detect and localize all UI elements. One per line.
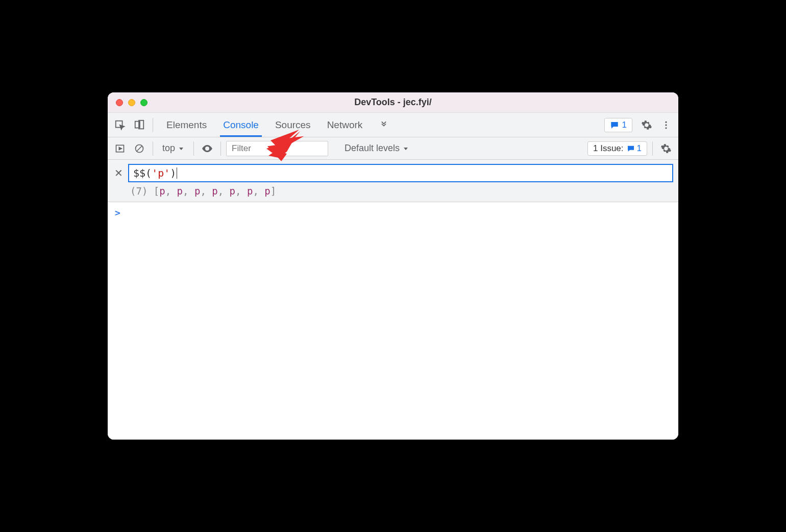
divider bbox=[153, 141, 153, 156]
kebab-menu-icon[interactable] bbox=[658, 117, 674, 133]
maximize-window-button[interactable] bbox=[140, 99, 148, 106]
tab-console-label: Console bbox=[223, 119, 259, 131]
expr-close-paren: ) bbox=[170, 167, 176, 179]
issues-badge[interactable]: 1 Issue: 1 bbox=[587, 141, 647, 156]
close-icon[interactable]: ✕ bbox=[113, 167, 124, 179]
live-expression-eye-icon[interactable] bbox=[199, 140, 215, 157]
console-toolbar: top Default levels 1 Issue: 1 bbox=[108, 137, 678, 160]
messages-count: 1 bbox=[622, 120, 627, 130]
execution-context-selector[interactable]: top bbox=[158, 141, 188, 156]
console-prompt: > bbox=[115, 207, 120, 218]
tab-network[interactable]: Network bbox=[319, 113, 371, 137]
svg-marker-8 bbox=[119, 147, 121, 150]
svg-point-5 bbox=[665, 127, 667, 129]
tab-sources[interactable]: Sources bbox=[267, 113, 319, 137]
show-sidebar-icon[interactable] bbox=[112, 140, 128, 157]
expr-string: 'p' bbox=[152, 167, 170, 179]
svg-marker-11 bbox=[179, 148, 183, 150]
result-element[interactable]: p bbox=[177, 185, 183, 197]
traffic-lights bbox=[108, 99, 148, 106]
live-expression-result: (7) [p, p, p, p, p, p, p] bbox=[113, 182, 673, 199]
text-cursor bbox=[177, 167, 177, 179]
log-level-label: Default levels bbox=[345, 143, 400, 154]
tab-sources-label: Sources bbox=[275, 119, 311, 131]
clear-console-icon[interactable] bbox=[131, 140, 148, 157]
close-window-button[interactable] bbox=[116, 99, 123, 106]
divider bbox=[652, 141, 653, 156]
messages-badge[interactable]: 1 bbox=[604, 118, 632, 132]
tab-elements[interactable]: Elements bbox=[158, 113, 215, 137]
tab-console[interactable]: Console bbox=[215, 113, 267, 137]
divider bbox=[193, 141, 194, 156]
result-element[interactable]: p bbox=[159, 185, 165, 197]
result-count: (7) bbox=[130, 185, 148, 197]
inspect-element-icon[interactable] bbox=[112, 117, 128, 133]
svg-point-4 bbox=[665, 124, 667, 126]
minimize-window-button[interactable] bbox=[128, 99, 135, 106]
device-toolbar-icon[interactable] bbox=[131, 117, 148, 133]
settings-icon[interactable] bbox=[638, 117, 655, 133]
svg-marker-13 bbox=[404, 148, 408, 150]
divider bbox=[220, 141, 221, 156]
result-element[interactable]: p bbox=[212, 185, 217, 197]
chevron-down-icon bbox=[403, 146, 409, 152]
live-expression-area: ✕ $$('p') (7) [p, p, p, p, p, p, p] bbox=[108, 160, 678, 202]
expr-open-paren: ( bbox=[145, 167, 152, 179]
result-element[interactable]: p bbox=[194, 185, 200, 197]
svg-point-3 bbox=[665, 121, 667, 123]
filter-input[interactable] bbox=[226, 141, 328, 156]
log-level-selector[interactable]: Default levels bbox=[340, 141, 413, 156]
titlebar: DevTools - jec.fyi/ bbox=[108, 92, 678, 113]
window-title: DevTools - jec.fyi/ bbox=[108, 97, 678, 108]
expr-func: $$ bbox=[133, 167, 145, 179]
tab-network-label: Network bbox=[327, 119, 363, 131]
main-toolbar: Elements Console Sources Network 1 bbox=[108, 113, 678, 137]
issues-label: 1 Issue: bbox=[593, 143, 624, 154]
chevron-down-icon bbox=[178, 146, 184, 152]
console-body[interactable]: > bbox=[108, 202, 678, 440]
more-tabs-button[interactable] bbox=[371, 113, 397, 137]
result-element[interactable]: p bbox=[230, 185, 235, 197]
svg-point-12 bbox=[206, 148, 208, 150]
tab-elements-label: Elements bbox=[166, 119, 207, 131]
chat-icon bbox=[627, 144, 635, 153]
svg-line-10 bbox=[137, 146, 142, 151]
live-expression-input[interactable]: $$('p') bbox=[128, 164, 673, 182]
result-element[interactable]: p bbox=[264, 185, 270, 197]
devtools-window: DevTools - jec.fyi/ Elements Console Sou… bbox=[108, 92, 678, 440]
console-settings-icon[interactable] bbox=[658, 140, 674, 157]
issues-count: 1 bbox=[637, 143, 642, 154]
execution-context-label: top bbox=[162, 143, 175, 154]
panel-tabs: Elements Console Sources Network bbox=[158, 113, 397, 137]
live-expression-row: ✕ $$('p') bbox=[113, 164, 673, 182]
divider bbox=[153, 118, 153, 132]
chat-icon bbox=[610, 120, 619, 130]
result-element[interactable]: p bbox=[247, 185, 253, 197]
